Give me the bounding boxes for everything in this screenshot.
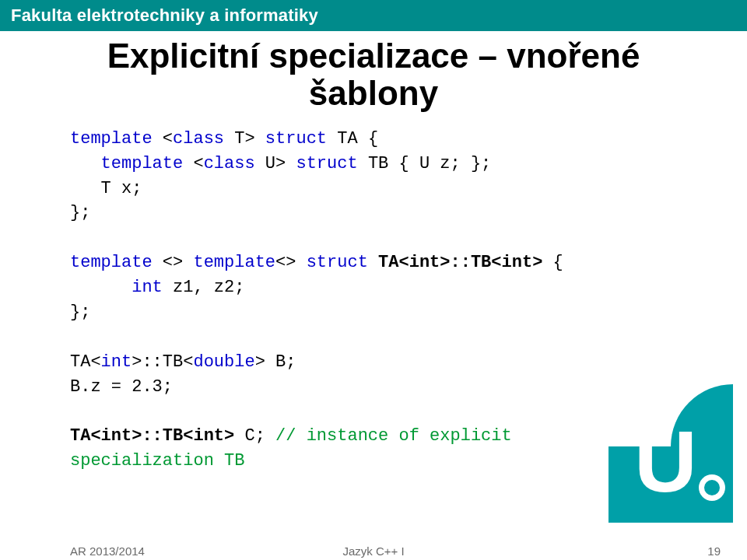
code-text [70, 278, 132, 297]
code-text: }; [70, 203, 90, 222]
code-text: C; [234, 426, 275, 446]
code-text: B.z = 2.3; [70, 377, 173, 397]
footer-course: Jazyk C++ I [342, 544, 404, 558]
kw-template: template [70, 129, 153, 149]
code-text: < [153, 129, 173, 149]
code-text: >::TB< [132, 352, 193, 372]
code-text: < [183, 154, 203, 173]
kw-int: int [101, 352, 132, 372]
page-number: 19 [707, 544, 721, 558]
struct-name: TA<int>::TB<int> [378, 253, 542, 272]
code-text: T x; [70, 179, 142, 198]
faculty-name: Fakulta elektrotechniky a informatiky [11, 5, 318, 26]
title-line1: Explicitní specializace – vnořené [107, 37, 640, 75]
kw-struct: struct [265, 129, 327, 149]
kw-struct: struct [307, 253, 368, 272]
code-text [70, 154, 101, 173]
kw-struct: struct [296, 154, 357, 173]
code-text: z1, z2; [163, 278, 245, 297]
header-bar: Fakulta elektrotechniky a informatiky [0, 0, 747, 31]
code-text: TA< [70, 352, 101, 372]
code-text: { [542, 253, 563, 272]
code-text: }; [70, 303, 90, 322]
logo-letter: U [634, 418, 697, 506]
slide-title: Explicitní specializace – vnořené šablon… [0, 37, 747, 113]
university-logo: U [608, 398, 733, 523]
kw-class: class [204, 154, 255, 173]
slide: Fakulta elektrotechniky a informatiky Ex… [0, 0, 747, 560]
logo-shape [704, 480, 720, 495]
kw-double: double [193, 352, 254, 372]
kw-template: template [101, 154, 184, 173]
kw-int: int [132, 278, 163, 297]
code-text: <> [275, 253, 307, 272]
kw-template: template [193, 253, 275, 272]
code-text: <> [153, 253, 194, 272]
code-text: U> [255, 154, 296, 173]
code-text: > B; [255, 352, 296, 372]
code-text: TB { U z; }; [358, 154, 492, 173]
code-text: TA { [327, 129, 378, 149]
kw-class: class [173, 129, 224, 149]
code-text: T> [224, 129, 265, 149]
title-line2: šablony [309, 74, 438, 112]
code-text [368, 253, 378, 272]
footer-year: AR 2013/2014 [70, 544, 145, 558]
kw-template: template [70, 253, 153, 272]
struct-name: TA<int>::TB<int> [70, 426, 234, 446]
